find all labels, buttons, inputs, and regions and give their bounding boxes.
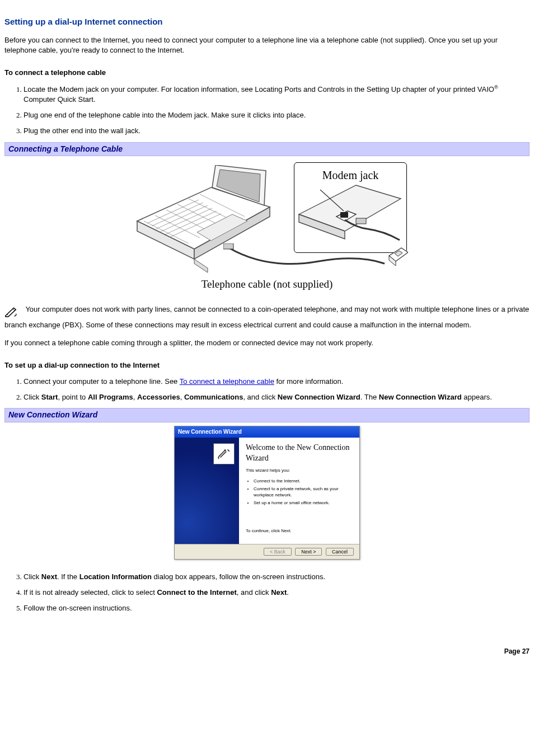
note-icon — [4, 306, 18, 320]
link-connect-cable[interactable]: To connect a telephone cable — [180, 377, 274, 386]
text: Connect your computer to a telephone lin… — [24, 377, 180, 386]
svg-rect-24 — [223, 243, 233, 249]
dialup-steps-a: Connect your computer to a telephone lin… — [4, 377, 530, 402]
bold: Accessories — [137, 393, 180, 401]
text: . The — [360, 393, 379, 401]
bold: All Programs — [88, 393, 133, 401]
dialup-heading: To set up a dial-up connection to the In… — [4, 360, 530, 370]
bold: Next — [271, 588, 287, 597]
text: If it is not already selected, click to … — [24, 588, 157, 597]
svg-point-28 — [224, 449, 226, 450]
bold: Next — [41, 572, 57, 581]
dialup-steps-b: Click Next. If the Location Information … — [4, 572, 530, 614]
text: , point to — [58, 393, 87, 401]
text: Follow the on-screen instructions. — [24, 604, 132, 612]
text: . — [287, 588, 289, 597]
callout-box: Modem jack — [294, 162, 407, 253]
svg-rect-22 — [356, 218, 366, 224]
list-item: Follow the on-screen instructions. — [24, 603, 530, 613]
list-item: If it is not already selected, click to … — [24, 588, 530, 598]
figure-1: Modem jack Telephone cable (not supplied… — [4, 159, 530, 292]
splitter-paragraph: If you connect a telephone cable coming … — [4, 338, 530, 348]
figure-banner-2: New Connection Wizard — [4, 408, 530, 422]
text: , and click — [243, 393, 277, 401]
wizard-bullet-list: Connect to the Internet. Connect to a pr… — [246, 478, 353, 506]
text: Plug one end of the telephone cable into… — [24, 111, 306, 119]
note-paragraph: Your computer does not work with party l… — [4, 304, 530, 330]
wizard-titlebar: New Connection Wizard — [175, 426, 359, 438]
bold: Communications — [184, 393, 243, 401]
svg-rect-21 — [340, 212, 348, 218]
connect-cable-heading: To connect a telephone cable — [4, 68, 530, 78]
list-item: Click Next. If the Location Information … — [24, 572, 530, 582]
text: Click — [24, 393, 41, 401]
text: dialog box appears, follow the on-screen… — [152, 572, 325, 581]
text: , — [180, 393, 184, 401]
wizard-window: New Connection Wizard Welcome to the New… — [174, 426, 360, 560]
figure-2: New Connection Wizard Welcome to the New… — [4, 426, 530, 560]
note-text: Your computer does not work with party l… — [4, 305, 529, 329]
text: for more information. — [274, 377, 344, 386]
modem-jack-label: Modem jack — [294, 163, 406, 183]
wizard-bullet: Connect to the Internet. — [254, 478, 353, 484]
list-item: Plug one end of the telephone cable into… — [24, 110, 530, 120]
wizard-heading: Welcome to the New Connection Wizard — [246, 442, 353, 464]
wizard-continue-text: To continue, click Next. — [246, 528, 353, 534]
modem-jack-icon — [294, 183, 406, 250]
bold: Connect to the Internet — [157, 588, 236, 597]
wizard-subtext: This wizard helps you: — [246, 467, 353, 473]
list-item: Locate the Modem jack on your computer. … — [24, 84, 530, 105]
wizard-back-button[interactable]: < Back — [264, 548, 292, 556]
bold: New Connection Wizard — [379, 393, 462, 401]
wizard-sidebar-graphic — [175, 438, 239, 544]
wizard-bullet: Connect to a private network, such as yo… — [254, 486, 353, 498]
list-item: Plug the other end into the wall jack. — [24, 126, 530, 136]
text: Locate the Modem jack on your computer. … — [24, 85, 494, 93]
list-item: Click Start, point to All Programs, Acce… — [24, 392, 530, 402]
list-item: Connect your computer to a telephone lin… — [24, 377, 530, 387]
text: Click — [24, 572, 41, 581]
text: appears. — [462, 393, 492, 401]
bold: New Connection Wizard — [278, 393, 360, 401]
cable-to-wall-icon — [223, 243, 408, 277]
figure-caption: Telephone cable (not supplied) — [127, 277, 407, 292]
intro-paragraph: Before you can connect to the Internet, … — [4, 35, 530, 55]
bold: Start — [41, 393, 58, 401]
text: , and click — [237, 588, 271, 597]
registered-mark: ® — [494, 84, 498, 90]
text: Computer Quick Start. — [24, 95, 96, 104]
text: , — [133, 393, 137, 401]
section-title: Setting up a dial-up Internet connection — [4, 16, 530, 27]
wizard-globe-icon — [213, 443, 235, 464]
text: . If the — [57, 572, 79, 581]
text: Plug the other end into the wall jack. — [24, 126, 140, 135]
wizard-next-button[interactable]: Next > — [295, 548, 322, 556]
connect-cable-steps: Locate the Modem jack on your computer. … — [4, 84, 530, 137]
wizard-bullet: Set up a home or small office network. — [254, 500, 353, 506]
wizard-cancel-button[interactable]: Cancel — [326, 548, 354, 556]
figure-banner-1: Connecting a Telephone Cable — [4, 142, 530, 157]
page-number: Page 27 — [4, 647, 530, 656]
bold: Location Information — [79, 572, 152, 581]
